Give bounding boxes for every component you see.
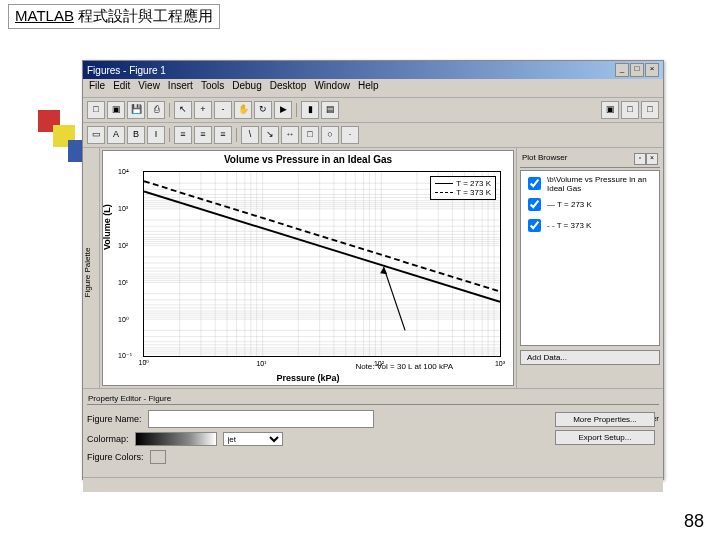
property-editor-panel: Property Editor - Figure Figure Name: Sh… xyxy=(83,388,663,477)
export-setup-button[interactable]: Export Setup... xyxy=(555,430,655,445)
menu-desktop[interactable]: Desktop xyxy=(270,80,307,96)
menu-view[interactable]: View xyxy=(138,80,160,96)
x-axis-label: Pressure (kPa) xyxy=(276,373,339,383)
colorbar-icon[interactable]: ▮ xyxy=(301,101,319,119)
text-a-icon[interactable]: A xyxy=(107,126,125,144)
italic-i-icon[interactable]: I xyxy=(147,126,165,144)
colormap-preview xyxy=(135,432,217,446)
select-icon[interactable]: ▭ xyxy=(87,126,105,144)
zoom-out-icon[interactable]: - xyxy=(214,101,232,119)
figure-name-label: Figure Name: xyxy=(87,414,142,424)
panel-undock-icon[interactable]: ▫ xyxy=(634,153,646,165)
list-item: \b\Volume vs Pressure in an Ideal Gas xyxy=(523,173,657,194)
list-item: - - T = 373 K xyxy=(523,215,657,236)
annotation-arrow xyxy=(384,267,405,330)
layout2-icon[interactable]: □ xyxy=(641,101,659,119)
close-button[interactable]: × xyxy=(645,63,659,77)
plot-axes[interactable]: Volume vs Pressure in an Ideal Gas Volum… xyxy=(102,150,514,386)
save-icon[interactable]: 💾 xyxy=(127,101,145,119)
slide-title: MATLAB 程式設計與工程應用 xyxy=(8,4,220,29)
maximize-button[interactable]: □ xyxy=(630,63,644,77)
page-number: 88 xyxy=(684,511,704,532)
minimize-button[interactable]: _ xyxy=(615,63,629,77)
titlebar[interactable]: Figures - Figure 1 _ □ × xyxy=(83,61,663,79)
zoom-in-icon[interactable]: + xyxy=(194,101,212,119)
menu-debug[interactable]: Debug xyxy=(232,80,261,96)
checkbox-series2[interactable] xyxy=(528,219,541,232)
layout-icon[interactable]: □ xyxy=(621,101,639,119)
window-title: Figures - Figure 1 xyxy=(87,65,166,76)
menu-edit[interactable]: Edit xyxy=(113,80,130,96)
line-icon[interactable]: \ xyxy=(241,126,259,144)
checkbox-axes[interactable] xyxy=(528,177,541,190)
pan-icon[interactable]: ✋ xyxy=(234,101,252,119)
legend-icon[interactable]: ▤ xyxy=(321,101,339,119)
figure-palette-tab[interactable]: Figure Palette xyxy=(83,148,100,388)
menu-insert[interactable]: Insert xyxy=(168,80,193,96)
print-icon[interactable]: ⎙ xyxy=(147,101,165,119)
y-axis-label: Volume (L) xyxy=(102,204,112,250)
new-icon[interactable]: □ xyxy=(87,101,105,119)
align-left-icon[interactable]: ≡ xyxy=(174,126,192,144)
chart-body: 10⁴ 10³ 10² 10¹ 10⁰ 10⁻¹ 10⁰ 10¹ 10² 10³… xyxy=(143,171,501,357)
main-toolbar: □ ▣ 💾 ⎙ ↖ + - ✋ ↻ ▶ ▮ ▤ ▣ □ □ xyxy=(83,98,663,123)
pointer-icon[interactable]: ↖ xyxy=(174,101,192,119)
panel-close-icon[interactable]: × xyxy=(646,153,658,165)
figure-color-swatch[interactable] xyxy=(150,450,166,464)
menu-help[interactable]: Help xyxy=(358,80,379,96)
rect-icon[interactable]: □ xyxy=(301,126,319,144)
bold-b-icon[interactable]: B xyxy=(127,126,145,144)
legend[interactable]: T = 273 K T = 373 K xyxy=(430,176,496,200)
status-bar xyxy=(83,477,663,492)
menu-window[interactable]: Window xyxy=(314,80,350,96)
pin-icon[interactable]: · xyxy=(341,126,359,144)
align-right-icon[interactable]: ≡ xyxy=(214,126,232,144)
plot-browser-panel: Plot Browser ▫× \b\Volume vs Pressure in… xyxy=(516,148,663,388)
checkbox-series1[interactable] xyxy=(528,198,541,211)
data-cursor-icon[interactable]: ▶ xyxy=(274,101,292,119)
menubar: File Edit View Insert Tools Debug Deskto… xyxy=(83,79,663,98)
plot-browser-list[interactable]: \b\Volume vs Pressure in an Ideal Gas — … xyxy=(520,170,660,346)
double-arrow-icon[interactable]: ↔ xyxy=(281,126,299,144)
colormap-select[interactable]: jet xyxy=(223,432,283,446)
dock-icon[interactable]: ▣ xyxy=(601,101,619,119)
chart-title: Volume vs Pressure in an Ideal Gas xyxy=(103,151,513,168)
annotation-text: Note: Vol = 30 L at 100 kPA xyxy=(355,362,453,371)
property-editor-title: Property Editor - Figure xyxy=(87,393,659,405)
arrow-icon[interactable]: ↘ xyxy=(261,126,279,144)
annotation-toolbar: ▭ A B I ≡ ≡ ≡ \ ↘ ↔ □ ○ · xyxy=(83,123,663,148)
matlab-figure-window: Figures - Figure 1 _ □ × File Edit View … xyxy=(82,60,664,480)
more-properties-button[interactable]: More Properties... xyxy=(555,412,655,427)
colormap-label: Colormap: xyxy=(87,434,129,444)
ellipse-icon[interactable]: ○ xyxy=(321,126,339,144)
list-item: — T = 273 K xyxy=(523,194,657,215)
menu-file[interactable]: File xyxy=(89,80,105,96)
menu-tools[interactable]: Tools xyxy=(201,80,224,96)
add-data-button[interactable]: Add Data... xyxy=(520,350,660,365)
rotate-icon[interactable]: ↻ xyxy=(254,101,272,119)
series-273k xyxy=(144,191,500,301)
open-icon[interactable]: ▣ xyxy=(107,101,125,119)
figure-colors-label: Figure Colors: xyxy=(87,452,144,462)
plot-browser-title: Plot Browser xyxy=(522,153,567,165)
figure-name-input[interactable] xyxy=(148,410,374,428)
align-center-icon[interactable]: ≡ xyxy=(194,126,212,144)
